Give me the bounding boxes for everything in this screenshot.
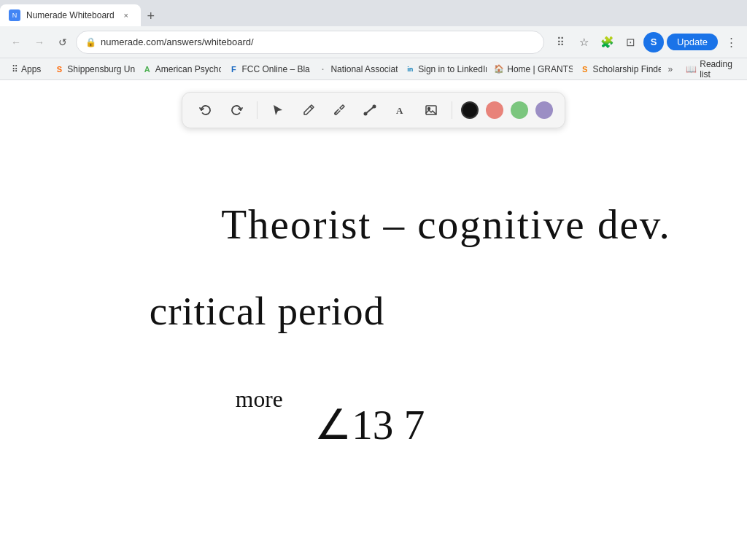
bookmark-linkedin[interactable]: in Sign in to LinkedIn... (399, 63, 487, 76)
line-tool-button[interactable] (358, 98, 382, 122)
redo-button[interactable] (225, 98, 248, 122)
bookmark-icon-2: A (142, 64, 152, 74)
pencil-tool-button[interactable] (297, 98, 320, 122)
apps-label: Apps (21, 64, 41, 74)
tools-button[interactable] (328, 98, 351, 122)
apps-bookmark[interactable]: ⠿ Apps (6, 63, 47, 76)
whiteboard-area[interactable]: A Theorist – cognitive dev. critica (0, 80, 747, 560)
color-purple[interactable] (535, 101, 553, 119)
lock-icon: 🔒 (85, 37, 96, 47)
tab-favicon: N (9, 9, 20, 21)
profile-button[interactable]: S (643, 32, 664, 52)
image-tool-button[interactable] (419, 98, 443, 122)
bookmark-label-2: American Psycho... (155, 64, 222, 74)
tab-title: Numerade Whiteboard (26, 10, 115, 20)
new-tab-button[interactable]: + (141, 6, 161, 26)
bookmarks-bar: ⠿ Apps S Shippensburg Uni... A American … (0, 58, 747, 80)
tab-bar: N Numerade Whiteboard × + (0, 0, 747, 26)
update-button[interactable]: Update (667, 34, 718, 50)
back-button[interactable]: ← (6, 32, 26, 52)
bookmark-grants[interactable]: 🏠 Home | GRANTS... (488, 63, 572, 76)
whiteboard-canvas[interactable]: Theorist – cognitive dev. critical perio… (0, 80, 747, 560)
bookmark-label-6: Home | GRANTS... (507, 64, 572, 74)
browser-frame: N Numerade Whiteboard × + ← → ↺ 🔒 numera… (0, 0, 747, 560)
bookmark-label-7: Scholarship Finde... (593, 64, 661, 74)
toolbar-divider-1 (257, 101, 258, 119)
reload-button[interactable]: ↺ (53, 32, 73, 52)
nav-right: ⠿ ☆ 🧩 ⊡ S Update ⋮ (550, 32, 741, 52)
menu-button[interactable]: ⋮ (721, 32, 741, 52)
reading-list-button[interactable]: 📖 Reading list (680, 58, 741, 80)
address-text: numerade.com/answers/whiteboard/ (101, 36, 535, 47)
svg-text:∠13 7: ∠13 7 (314, 402, 425, 448)
nav-bar: ← → ↺ 🔒 numerade.com/answers/whiteboard/… (0, 26, 747, 58)
svg-text:more: more (236, 386, 283, 412)
svg-point-5 (428, 108, 430, 110)
bookmark-label-5: Sign in to LinkedIn... (418, 64, 487, 74)
bookmark-icon-1: S (54, 64, 64, 74)
bookmark-scholarship[interactable]: S Scholarship Finde... (574, 63, 661, 76)
svg-text:critical period: critical period (150, 289, 385, 333)
text-tool-button[interactable]: A (389, 98, 412, 122)
svg-text:Theorist – cognitive dev.: Theorist – cognitive dev. (221, 201, 671, 247)
svg-text:A: A (396, 105, 403, 116)
bookmark-national[interactable]: · National Associati... (311, 63, 398, 76)
bookmark-label-4: National Associati... (330, 64, 398, 74)
media-router-button[interactable]: ⊡ (620, 32, 640, 52)
extensions-button[interactable]: ⠿ (550, 32, 570, 52)
bookmark-star-button[interactable]: ☆ (573, 32, 594, 52)
reading-list-label: Reading list (700, 59, 735, 79)
bookmark-icon-5: in (405, 64, 415, 74)
bookmark-fcc[interactable]: F FCC Online – Blac... (222, 63, 310, 76)
bookmark-american-psycho[interactable]: A American Psycho... (136, 63, 222, 76)
forward-button[interactable]: → (29, 32, 50, 52)
bookmark-label-3: FCC Online – Blac... (241, 64, 310, 74)
select-tool-button[interactable] (266, 98, 290, 122)
color-black[interactable] (461, 101, 479, 119)
more-bookmarks-button[interactable]: » (662, 63, 679, 76)
address-bar[interactable]: 🔒 numerade.com/answers/whiteboard/ (76, 31, 544, 54)
bookmark-label-1: Shippensburg Uni... (67, 64, 134, 74)
whiteboard-toolbar: A (182, 92, 565, 128)
color-green[interactable] (511, 101, 528, 119)
active-tab[interactable]: N Numerade Whiteboard × (0, 4, 141, 26)
apps-icon: ⠿ (12, 64, 18, 74)
undo-button[interactable] (194, 98, 217, 122)
color-pink[interactable] (486, 101, 503, 119)
reading-list-icon: 📖 (686, 64, 697, 74)
bookmark-icon-6: 🏠 (494, 64, 504, 74)
bookmark-shippensburg[interactable]: S Shippensburg Uni... (48, 63, 134, 76)
extensions-puzzle-button[interactable]: 🧩 (597, 32, 617, 52)
toolbar-divider-2 (452, 101, 452, 119)
bookmark-icon-4: · (317, 64, 328, 74)
svg-point-2 (374, 106, 376, 108)
svg-point-1 (365, 113, 367, 115)
bookmark-icon-3: F (228, 64, 239, 74)
bookmark-icon-7: S (580, 64, 590, 74)
tab-close-button[interactable]: × (120, 9, 132, 21)
